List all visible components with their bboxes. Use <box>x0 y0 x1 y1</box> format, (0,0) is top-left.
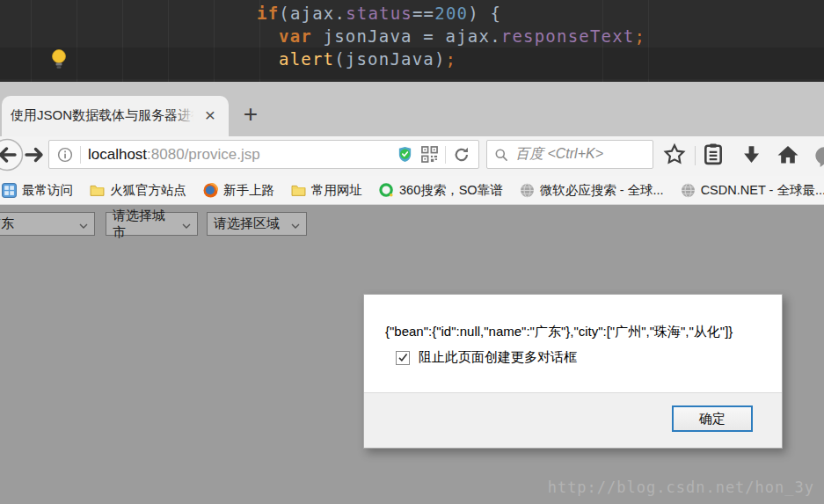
chevron-down-icon <box>182 216 191 231</box>
code-token: jsonJava = ajax. <box>312 26 501 46</box>
code-line[interactable]: alert(jsonJava); <box>279 48 456 69</box>
alert-dialog: {"bean":{"id":null,"name":"广东"},"city":[… <box>363 294 783 449</box>
city-select[interactable]: 请选择城市 <box>106 212 198 236</box>
firefox-icon <box>203 183 218 198</box>
site-info-icon[interactable] <box>57 147 73 163</box>
bookmark-label: 最常访问 <box>22 182 73 199</box>
district-select[interactable]: 请选择区域 <box>207 212 307 236</box>
bookmark-star-icon[interactable] <box>663 142 686 169</box>
prevent-dialogs-label: 阻止此页面创建更多对话框 <box>419 349 577 366</box>
url-path: :8080/provice.jsp <box>147 146 260 163</box>
browser-tab[interactable]: 使用JSON数据载体与服务器进行 × <box>2 96 229 136</box>
code-token: ) { <box>468 4 501 23</box>
bookmark-item[interactable]: CSDN.NET - 全球最... <box>681 182 824 199</box>
navigation-toolbar: localhost:8080/provice.jsp 百度 <Ctrl+K> <box>0 136 824 176</box>
bookmark-item[interactable]: 常用网址 <box>291 182 362 199</box>
bookmark-label: 常用网址 <box>311 182 362 199</box>
code-token: ; <box>446 49 457 69</box>
prevent-dialogs-row[interactable]: 阻止此页面创建更多对话框 <box>396 349 577 366</box>
search-placeholder: 百度 <Ctrl+K> <box>515 145 603 164</box>
select-value: 广东 <box>0 215 14 232</box>
alert-message: {"bean":{"id":null,"name":"广东"},"city":[… <box>385 324 733 340</box>
checkmark-icon <box>397 352 409 363</box>
bookmark-label: 新手上路 <box>223 182 274 199</box>
code-token: ; <box>634 26 645 46</box>
qr-code-icon[interactable] <box>421 146 438 163</box>
watermark-text: http://blog.csdn.net/hon_3y <box>548 478 814 496</box>
code-token: alert <box>279 49 334 69</box>
search-bar[interactable]: 百度 <Ctrl+K> <box>486 140 653 169</box>
intention-bulb-icon[interactable] <box>50 48 68 71</box>
chevron-down-icon <box>79 216 88 231</box>
code-token: var <box>279 26 312 46</box>
bookmark-label: 360搜索，SO靠谱 <box>399 182 503 199</box>
select-value: 请选择城市 <box>113 208 175 241</box>
tab-title: 使用JSON数据载体与服务器进行 <box>11 107 197 125</box>
globe-icon <box>681 183 696 198</box>
home-icon[interactable] <box>777 143 799 169</box>
select-value: 请选择区域 <box>214 215 280 232</box>
chevron-down-icon <box>291 216 300 231</box>
code-line[interactable]: var jsonJava = ajax.responseText; <box>279 26 645 47</box>
page-content-dimmed: 广东请选择城市请选择区域 {"bean":{"id":null,"name":"… <box>0 205 824 504</box>
code-token: (jsonJava) <box>334 49 445 69</box>
bookmark-label: CSDN.NET - 全球最... <box>701 182 824 199</box>
back-button[interactable] <box>0 137 25 176</box>
new-tab-button[interactable]: + <box>236 99 266 131</box>
code-token: responseText <box>501 26 635 46</box>
tab-title-fade <box>174 105 199 128</box>
tab-bar: 使用JSON数据载体与服务器进行 × + <box>0 82 824 136</box>
browser-window: if(ajax.status==200) {var jsonJava = aja… <box>0 0 824 504</box>
code-editor: if(ajax.status==200) {var jsonJava = aja… <box>0 0 824 82</box>
code-line[interactable]: if(ajax.status==200) { <box>257 3 501 24</box>
dialog-footer: 确定 <box>364 392 782 448</box>
bookmarks-toolbar: 最常访问火狐官方站点新手上路常用网址360搜索，SO靠谱微软必应搜索 - 全球.… <box>0 176 824 205</box>
grid-icon <box>2 183 17 198</box>
bookmark-item[interactable]: 火狐官方站点 <box>90 182 186 199</box>
folder-icon <box>291 183 306 198</box>
security-shield-icon[interactable] <box>397 146 413 163</box>
globe-icon <box>520 183 535 198</box>
search-icon <box>494 148 508 162</box>
bookmarks-menu-icon[interactable] <box>702 142 725 169</box>
url-bar[interactable]: localhost:8080/provice.jsp <box>48 140 479 169</box>
s360-icon <box>379 183 394 198</box>
urlbar-separator <box>80 146 81 164</box>
code-token: == <box>412 4 434 23</box>
code-token: if <box>257 4 279 23</box>
bookmark-item[interactable]: 最常访问 <box>2 182 73 199</box>
code-token: status <box>346 4 412 23</box>
code-token: 200 <box>434 4 468 23</box>
bookmark-item[interactable]: 微软必应搜索 - 全球... <box>520 182 664 199</box>
bookmark-label: 火狐官方站点 <box>110 182 186 199</box>
urlbar-separator <box>445 146 446 164</box>
code-token: (ajax. <box>279 4 346 23</box>
reload-icon[interactable] <box>453 146 470 164</box>
forward-button[interactable] <box>24 144 45 169</box>
bookmark-item[interactable]: 新手上路 <box>203 182 274 199</box>
tab-close-icon[interactable]: × <box>201 103 220 128</box>
ok-button[interactable]: 确定 <box>672 405 753 432</box>
downloads-icon[interactable] <box>740 143 762 169</box>
url-host: localhost <box>88 146 147 163</box>
bookmark-item[interactable]: 360搜索，SO靠谱 <box>379 182 503 199</box>
bookmark-label: 微软必应搜索 - 全球... <box>540 182 664 199</box>
share-person-icon[interactable] <box>813 144 824 171</box>
toolbar-separator <box>695 146 696 165</box>
url-text[interactable]: localhost:8080/provice.jsp <box>88 146 397 164</box>
folder-icon <box>90 183 105 198</box>
prevent-dialogs-checkbox[interactable] <box>396 351 410 365</box>
province-select[interactable]: 广东 <box>0 212 95 236</box>
